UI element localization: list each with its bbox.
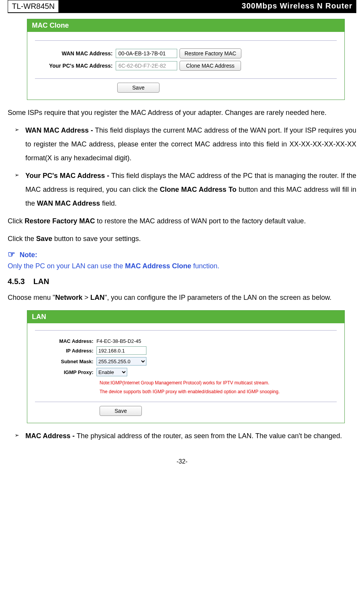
igmp-note-2: The device supports both IGMP proxy with… [100,387,337,396]
intro-paragraph: Some ISPs require that you register the … [8,106,356,120]
lan-subnet-select[interactable]: 255.255.255.0 [96,357,146,366]
wan-mac-input[interactable] [116,49,177,58]
lan-subnet-label: Subnet Mask: [35,359,96,364]
lan-mac-label: MAC Address: [35,338,96,344]
note-heading: ☞ Note: [8,249,356,259]
wan-mac-label: WAN MAC Address: [35,50,116,57]
lan-intro-paragraph: Choose menu "Network > LAN", you can con… [8,291,356,304]
pc-mac-label: Your PC's MAC Address: [35,63,116,69]
note-text: Only the PC on your LAN can use the MAC … [8,259,356,273]
lan-igmp-select[interactable]: Enable [96,368,127,376]
page-number: -32- [8,458,356,465]
pc-mac-input [116,61,177,70]
pc-mac-row: Your PC's MAC Address: Clone MAC Address [35,61,337,71]
bullet-pc-mac: Your PC's MAC Address - This field displ… [8,169,356,210]
page-header: TL-WR845N 300Mbps Wireless N Router [8,0,356,12]
product-name: 300Mbps Wireless N Router [59,0,356,12]
panel-title: MAC Clone [27,19,344,32]
clone-mac-address-button[interactable]: Clone MAC Address [180,61,241,71]
panel-title: LAN [27,311,344,323]
bullet-wan-mac: WAN MAC Address - This field displays th… [8,123,356,165]
restore-factory-mac-button[interactable]: Restore Factory MAC [180,48,241,58]
lan-save-button[interactable]: Save [100,406,142,416]
wan-mac-row: WAN MAC Address: Restore Factory MAC [35,48,337,58]
save-button[interactable]: Save [117,83,160,93]
bullet-lan-mac: MAC Address - The physical address of th… [8,429,356,443]
model-number: TL-WR845N [8,0,59,12]
lan-igmp-row: IGMP Proxy: Enable [35,368,337,376]
lan-ip-row: IP Address: [35,346,337,355]
mac-clone-panel: MAC Clone WAN MAC Address: Restore Facto… [27,19,345,100]
lan-igmp-label: IGMP Proxy: [35,369,96,375]
lan-ip-input[interactable] [96,346,146,355]
lan-mac-row: MAC Address: F4-EC-38-B5-D2-45 [35,338,337,344]
igmp-note-1: Note:IGMP(Internet Group Management Prot… [100,379,337,387]
lan-mac-value: F4-EC-38-B5-D2-45 [96,338,141,344]
save-paragraph: Click the Save button to save your setti… [8,232,356,246]
section-heading-lan: 4.5.3 LAN [8,277,356,286]
restore-paragraph: Click Restore Factory MAC to restore the… [8,214,356,228]
lan-subnet-row: Subnet Mask: 255.255.255.0 [35,357,337,366]
pointing-hand-icon: ☞ [8,249,15,259]
lan-ip-label: IP Address: [35,348,96,354]
lan-panel: LAN MAC Address: F4-EC-38-B5-D2-45 IP Ad… [27,310,345,423]
